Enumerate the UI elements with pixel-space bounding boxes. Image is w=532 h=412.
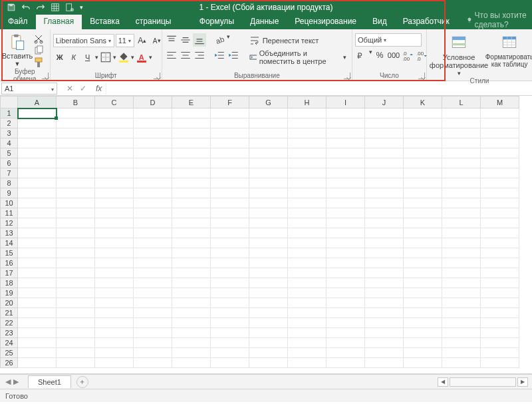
cell[interactable] (57, 208, 95, 218)
cell[interactable] (365, 238, 404, 248)
cell[interactable] (404, 188, 442, 198)
column-header[interactable]: H (288, 97, 327, 108)
cell[interactable] (288, 308, 327, 318)
wrap-text-button[interactable]: Перенести текст (247, 33, 349, 48)
cell[interactable] (481, 288, 519, 298)
cell[interactable] (288, 148, 327, 158)
cell[interactable] (95, 298, 134, 308)
cell[interactable] (365, 308, 404, 318)
orientation-icon[interactable]: ab (213, 33, 226, 47)
cell[interactable] (404, 298, 442, 308)
cell[interactable] (249, 148, 288, 158)
cell[interactable] (57, 108, 95, 118)
chevron-down-icon[interactable]: ▾ (95, 54, 98, 61)
column-header[interactable]: A (18, 97, 57, 108)
cell[interactable] (442, 348, 481, 358)
cell[interactable] (365, 358, 404, 368)
redo-icon[interactable] (36, 3, 45, 12)
cell[interactable] (365, 288, 404, 298)
cell[interactable] (481, 128, 519, 138)
cell[interactable] (327, 258, 365, 268)
cell[interactable] (442, 328, 481, 338)
undo-icon[interactable] (21, 3, 31, 12)
cell[interactable] (211, 118, 249, 128)
cell[interactable] (211, 168, 249, 178)
row-header[interactable]: 14 (1, 238, 18, 248)
cell[interactable] (95, 218, 134, 228)
cell[interactable] (134, 188, 172, 198)
row-header[interactable]: 17 (1, 268, 18, 278)
cell[interactable] (211, 148, 249, 158)
conditional-formatting-button[interactable]: Условное форматирование▾ (430, 32, 488, 77)
cell[interactable] (172, 328, 211, 338)
cell[interactable] (134, 358, 172, 368)
cell[interactable] (18, 338, 57, 348)
row-header[interactable]: 18 (1, 278, 18, 288)
cell[interactable] (442, 158, 481, 168)
cell[interactable] (172, 268, 211, 278)
cell[interactable] (18, 128, 57, 138)
cell[interactable] (134, 328, 172, 338)
cut-icon[interactable] (33, 33, 44, 44)
cell[interactable] (18, 308, 57, 318)
cell[interactable] (134, 128, 172, 138)
cell[interactable] (18, 188, 57, 198)
cell[interactable] (442, 208, 481, 218)
cell[interactable] (442, 298, 481, 308)
cell[interactable] (481, 278, 519, 288)
cell[interactable] (57, 328, 95, 338)
cell[interactable] (442, 108, 481, 118)
cell[interactable] (327, 168, 365, 178)
cell[interactable] (95, 328, 134, 338)
cell[interactable] (57, 128, 95, 138)
cell[interactable] (172, 358, 211, 368)
accounting-format-icon[interactable]: ₽ (355, 49, 368, 62)
cell[interactable] (365, 278, 404, 288)
cell[interactable] (211, 328, 249, 338)
column-header[interactable]: G (249, 97, 288, 108)
column-header[interactable]: B (57, 97, 95, 108)
add-sheet-button[interactable]: ＋ (76, 376, 88, 388)
row-header[interactable]: 12 (1, 218, 18, 228)
cell[interactable] (57, 298, 95, 308)
cell[interactable] (442, 228, 481, 238)
cell[interactable] (172, 158, 211, 168)
cell[interactable] (442, 168, 481, 178)
cell[interactable] (404, 258, 442, 268)
cell[interactable] (288, 238, 327, 248)
cell[interactable] (95, 348, 134, 358)
row-header[interactable]: 19 (1, 288, 18, 298)
cell[interactable] (481, 158, 519, 168)
cell[interactable] (18, 358, 57, 368)
cell[interactable] (18, 288, 57, 298)
dialog-launcher-font[interactable] (154, 73, 160, 79)
decrease-decimal-icon[interactable]: .00.0 (415, 49, 428, 62)
cell[interactable] (134, 208, 172, 218)
cell[interactable] (134, 108, 172, 118)
cell[interactable] (365, 218, 404, 228)
cell[interactable] (327, 358, 365, 368)
cell[interactable] (327, 208, 365, 218)
cell[interactable] (211, 208, 249, 218)
cell[interactable] (481, 248, 519, 258)
column-header[interactable]: L (442, 97, 481, 108)
cell[interactable] (481, 328, 519, 338)
cell[interactable] (18, 178, 57, 188)
cell[interactable] (18, 148, 57, 158)
cell[interactable] (404, 338, 442, 348)
cell[interactable] (172, 228, 211, 238)
cell[interactable] (249, 128, 288, 138)
cell[interactable] (57, 198, 95, 208)
cell[interactable] (442, 238, 481, 248)
cell[interactable] (288, 348, 327, 358)
cell[interactable] (404, 228, 442, 238)
cell[interactable] (288, 208, 327, 218)
row-header[interactable]: 5 (1, 148, 18, 158)
sheet-next-icon[interactable]: ▶ (13, 377, 19, 386)
row-header[interactable]: 10 (1, 198, 18, 208)
cell[interactable] (249, 138, 288, 148)
cell[interactable] (57, 278, 95, 288)
select-all-corner[interactable] (1, 97, 18, 108)
cell[interactable] (404, 208, 442, 218)
cell[interactable] (134, 298, 172, 308)
